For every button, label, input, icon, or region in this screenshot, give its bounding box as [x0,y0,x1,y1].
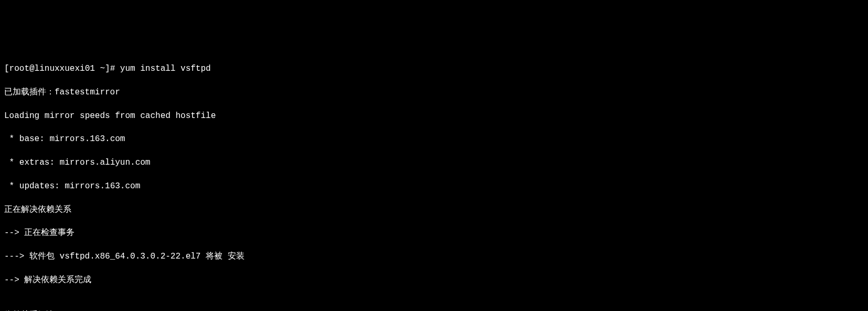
command-line: [root@linuxxuexi01 ~]# yum install vsftp… [4,63,864,74]
output-line: Loading mirror speeds from cached hostfi… [4,110,864,122]
output-line: 已加载插件：fastestmirror [4,87,864,98]
output-line: ---> 软件包 vsftpd.x86_64.0.3.0.2-22.el7 将被… [4,251,864,262]
output-line: 正在解决依赖关系 [4,204,864,216]
output-line: * updates: mirrors.163.com [4,180,864,192]
output-line: --> 正在检查事务 [4,227,864,239]
output-line: * base: mirrors.163.com [4,133,864,145]
output-line: --> 解决依赖关系完成 [4,274,864,286]
terminal-output: [root@linuxxuexi01 ~]# yum install vsftp… [4,51,864,311]
shell-command: yum install vsftpd [120,64,211,73]
output-line: * extras: mirrors.aliyun.com [4,157,864,168]
shell-prompt: [root@linuxxuexi01 ~]# [4,64,120,73]
